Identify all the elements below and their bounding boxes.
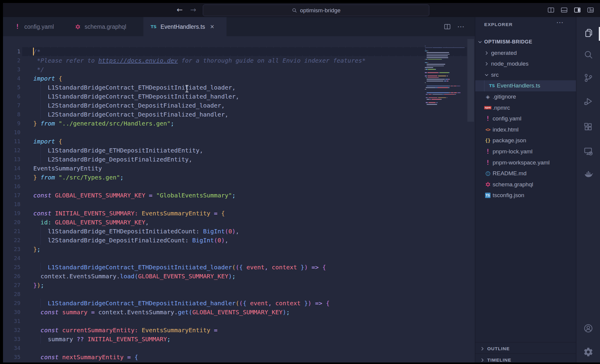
- line-number: 33: [3, 335, 20, 344]
- line-number: 6: [3, 92, 20, 101]
- chevron-right-icon: [484, 61, 489, 66]
- line-number: 1: [3, 47, 20, 56]
- file-label: config.yaml: [493, 115, 521, 122]
- editor-scrollbar[interactable]: [467, 39, 474, 122]
- search-command-center[interactable]: optimism-bridge: [203, 4, 429, 16]
- tab-config-yaml[interactable]: !config.yaml: [7, 17, 66, 36]
- line-number: 17: [3, 191, 20, 200]
- line-number: 3: [3, 65, 20, 74]
- current-line-highlight: [22, 47, 467, 56]
- code-line-17: const GLOBAL_EVENTS_SUMMARY_KEY = "Globa…: [33, 191, 236, 200]
- file-label: index.html: [493, 126, 519, 133]
- file-label: pnpm-lock.yaml: [493, 148, 532, 155]
- code-line-13: L2StandardBridge_DepositFinalizedEntity,: [33, 155, 192, 164]
- file-label: schema.graphql: [493, 181, 533, 188]
- line-number: 4: [3, 74, 20, 83]
- nav-back-button[interactable]: ←: [177, 5, 183, 14]
- file-item-tsconfig-json[interactable]: TStsconfig.json: [475, 190, 576, 201]
- run-debug-icon-button[interactable]: [583, 96, 593, 106]
- frame-top: [0, 0, 600, 3]
- code-line-1: /*: [33, 47, 40, 56]
- files-icon-button[interactable]: [583, 28, 593, 38]
- file-item--gitignore[interactable]: ◈.gitignore: [475, 91, 576, 102]
- split-editor-icon[interactable]: [443, 23, 451, 31]
- line-number: 14: [3, 164, 20, 173]
- file-label: pnpm-workspace.yaml: [493, 159, 550, 166]
- close-icon[interactable]: ×: [210, 24, 214, 30]
- line-number: 24: [3, 254, 20, 263]
- text-caret: [33, 48, 34, 55]
- folder-item-src[interactable]: src: [475, 70, 576, 81]
- code-line-29: L1StandardBridgeContract_ETHDepositIniti…: [33, 299, 329, 308]
- line-number: 34: [3, 344, 20, 353]
- code-editor[interactable]: 1/*2 *Please refer to https://docs.envio…: [3, 36, 475, 363]
- line-number: 25: [3, 263, 20, 272]
- folder-item-node-modules[interactable]: node_modules: [475, 58, 576, 70]
- line-number: 30: [3, 308, 20, 317]
- file-item-index-html[interactable]: <>index.html: [475, 124, 576, 135]
- file-label: .npmrc: [493, 105, 510, 111]
- minimap[interactable]: [425, 46, 467, 114]
- tree-root-optimism-bridge[interactable]: OPTIMISM-BRIDGE: [475, 37, 576, 48]
- vscode-window: ← → optimism-bridge !config.yamlschema.g…: [3, 3, 600, 363]
- section-header-outline[interactable]: OUTLINE: [475, 343, 576, 354]
- line-number: 7: [3, 101, 20, 110]
- code-line-25: L1StandardBridgeContract_ETHDepositIniti…: [33, 263, 326, 272]
- screenshot-stage: ← → optimism-bridge !config.yamlschema.g…: [0, 0, 600, 364]
- section-label: TIMELINE: [487, 357, 511, 363]
- settings-gear-icon-button[interactable]: [583, 347, 593, 357]
- layout-sidebar-right-icon[interactable]: [573, 6, 581, 14]
- explorer-title: EXPLORER: [484, 22, 513, 27]
- section-separator: [475, 342, 576, 342]
- tab-label: config.yaml: [24, 23, 54, 30]
- code-line-20: id: GLOBAL_EVENTS_SUMMARY_KEY,: [33, 218, 149, 227]
- search-icon-button[interactable]: [583, 49, 593, 60]
- file-item-config-yaml[interactable]: !config.yaml: [475, 113, 576, 124]
- code-line-5: L1StandardBridgeContract_ETHDepositIniti…: [33, 83, 236, 92]
- code-line-30: const summary = context.EventsSummary.ge…: [33, 308, 290, 317]
- html-icon: <>: [484, 127, 491, 132]
- layout-columns-icon[interactable]: [547, 6, 555, 14]
- layout-customize-icon[interactable]: [586, 6, 595, 14]
- code-line-21: l1StandardBridge_ETHDepositInitiatedCoun…: [33, 227, 239, 236]
- extensions-icon-button[interactable]: [583, 122, 593, 132]
- file-item--npmrc[interactable]: npm.npmrc: [475, 102, 576, 113]
- code-line-7: L2StandardBridgeContract_DepositFinalize…: [33, 101, 225, 110]
- file-item-eventhandlers-ts[interactable]: TSEventHandlers.ts: [475, 80, 576, 91]
- code-line-23: };: [33, 245, 40, 254]
- nav-forward-button[interactable]: →: [190, 5, 196, 14]
- code-line-22: l2StandardBridge_DepositFinalizedCount: …: [33, 236, 228, 245]
- chevron-right-icon: [480, 358, 485, 363]
- file-item-readme-md[interactable]: README.md: [475, 168, 576, 179]
- section-separator: [475, 354, 576, 354]
- layout-panel-icon[interactable]: [560, 6, 568, 14]
- folder-item-generated[interactable]: generated: [475, 47, 576, 58]
- section-header-timeline[interactable]: TIMELINE: [475, 355, 576, 363]
- code-line-8: L2StandardBridgeContract_DepositFinalize…: [33, 110, 228, 119]
- line-number: 32: [3, 326, 20, 335]
- tree-indent-guide: [484, 80, 484, 91]
- file-label: tsconfig.json: [493, 192, 524, 199]
- file-item-schema-graphql[interactable]: schema.graphql: [475, 179, 576, 190]
- explorer-more-actions-button[interactable]: ⋯: [556, 18, 564, 27]
- source-control-icon-button[interactable]: [583, 73, 593, 83]
- editor-more-actions-button[interactable]: ⋯: [457, 22, 465, 31]
- line-number: 11: [3, 137, 20, 146]
- line-number: 23: [3, 245, 20, 254]
- docker-icon-button[interactable]: [583, 169, 593, 179]
- tab-eventhandlers-ts[interactable]: TSEventHandlers.ts×: [143, 17, 226, 36]
- tab-schema-graphql[interactable]: schema.graphql: [68, 17, 143, 36]
- file-label: EventHandlers.ts: [497, 82, 540, 89]
- file-item-pnpm-workspace-yaml[interactable]: !pnpm-workspace.yaml: [475, 157, 576, 168]
- json-icon: {}: [484, 138, 491, 143]
- file-item-pnpm-lock-yaml[interactable]: !pnpm-lock.yaml: [475, 146, 576, 157]
- code-line-26: context.EventsSummary.load(GLOBAL_EVENTS…: [33, 272, 236, 281]
- code-line-3: */: [33, 65, 44, 74]
- code-line-35: const nextSummaryEntity = {: [33, 353, 138, 362]
- title-bar: ← → optimism-bridge: [3, 3, 600, 17]
- remote-explorer-icon-button[interactable]: [583, 146, 593, 156]
- line-number: 18: [3, 200, 20, 209]
- line-number: 10: [3, 128, 20, 137]
- account-icon-button[interactable]: [583, 323, 593, 333]
- file-item-package-json[interactable]: {}package.json: [475, 135, 576, 146]
